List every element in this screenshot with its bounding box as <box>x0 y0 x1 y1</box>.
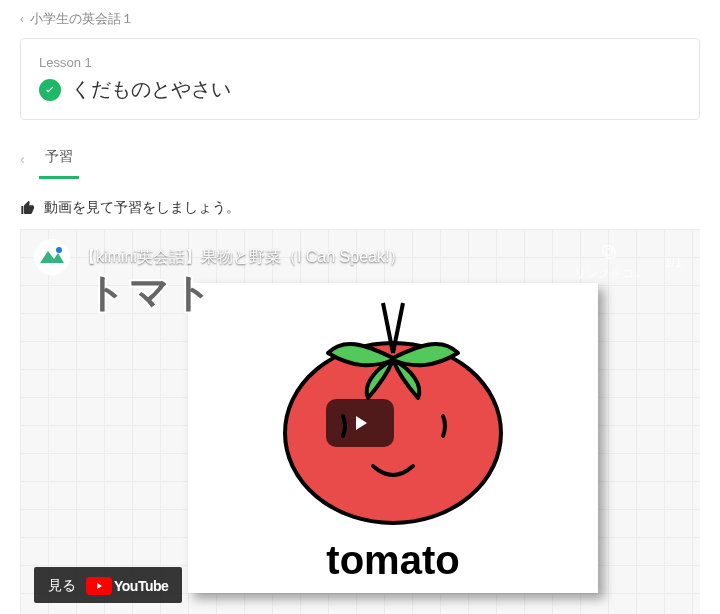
chevron-left-icon: ‹ <box>20 12 24 26</box>
tabs: ‹ 予習 <box>20 138 700 179</box>
video-embed[interactable]: tomato 【kimini英会話】果物と野菜（I Can Speak!） トマ… <box>20 229 700 614</box>
flashcard-word: tomato <box>188 538 598 583</box>
instruction-row: 動画を見て予習をしましょう。 <box>20 199 700 217</box>
playlist-pager: 1/1 <box>664 243 682 270</box>
svg-rect-3 <box>603 246 612 255</box>
breadcrumb-label: 小学生の英会話１ <box>30 10 134 28</box>
play-button[interactable] <box>326 399 394 447</box>
tabs-prev-chevron-icon[interactable]: ‹ <box>20 151 25 167</box>
play-icon <box>348 411 372 435</box>
instruction-text: 動画を見て予習をしましょう。 <box>44 199 240 217</box>
svg-point-1 <box>56 247 62 253</box>
breadcrumb[interactable]: ‹ 小学生の英会話１ <box>20 10 700 28</box>
watch-label: 見る <box>48 577 76 595</box>
lesson-card: Lesson 1 くだものとやさい <box>20 38 700 120</box>
copy-icon <box>600 243 618 261</box>
channel-avatar-icon[interactable] <box>34 239 70 275</box>
youtube-logo-icon: YouTube <box>86 577 168 595</box>
lesson-number-label: Lesson 1 <box>39 55 681 70</box>
tab-preparation[interactable]: 予習 <box>39 138 79 179</box>
svg-rect-2 <box>606 249 615 258</box>
check-circle-icon <box>39 79 61 101</box>
copy-link-button[interactable]: リンクをコ... <box>574 243 644 282</box>
thumbs-up-icon <box>20 200 36 216</box>
watch-on-youtube-button[interactable]: 見る YouTube <box>34 567 182 603</box>
lesson-title: くだものとやさい <box>71 76 231 103</box>
copy-link-label: リンクをコ... <box>574 265 644 282</box>
katakana-overlay: トマト <box>86 265 215 320</box>
